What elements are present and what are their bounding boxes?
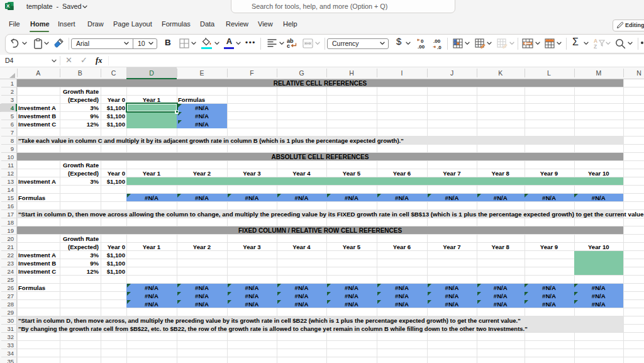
svg-text:.0: .0 [437,45,441,49]
svg-text:0: 0 [421,38,424,44]
svg-text:X: X [6,3,10,9]
svg-text:Z: Z [594,43,597,49]
svg-text:c: c [287,43,290,48]
svg-text:.00: .00 [418,44,425,50]
svg-text:.00: .00 [433,38,441,44]
